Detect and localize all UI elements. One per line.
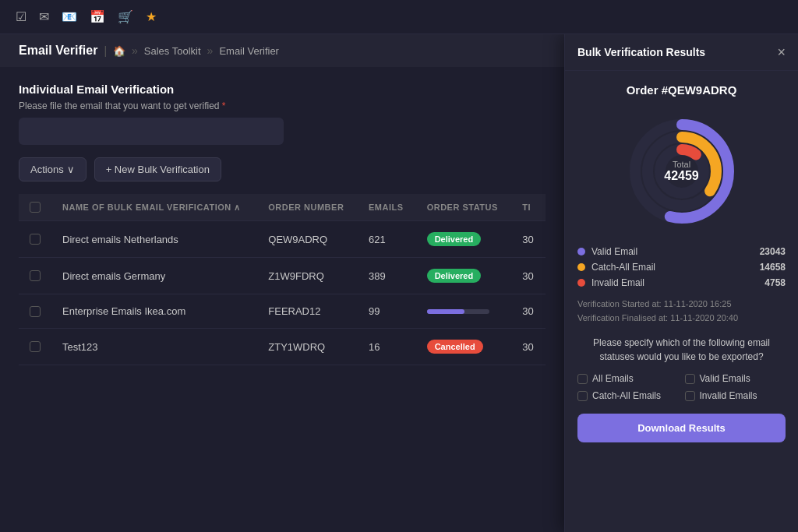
main-area: Email Verifier | 🏠 » Sales Toolkit » Ema…	[0, 34, 798, 532]
legend-dot	[577, 279, 585, 287]
row-checkbox[interactable]	[30, 270, 41, 281]
legend-item: Catch-All Email 14658	[577, 262, 786, 273]
top-bar: ☑ ✉ 📧 📅 🛒 ★	[0, 0, 798, 34]
legend-left: Valid Email	[577, 246, 637, 257]
export-checkbox[interactable]	[577, 374, 588, 384]
export-checkbox-item[interactable]: Valid Emails	[685, 373, 786, 384]
status-badge-cancelled: Cancelled	[427, 340, 483, 354]
row-checkbox-cell	[19, 221, 51, 258]
content-body: Individual Email Verification Please fil…	[0, 67, 564, 532]
export-option-label: All Emails	[592, 373, 634, 384]
row-time: 30	[511, 221, 546, 258]
table-row[interactable]: Test123 ZTY1WDRQ 16 Cancelled 30	[19, 329, 546, 365]
table-row[interactable]: Enterprise Emails Ikea.com FEERAD12 99 3…	[19, 294, 546, 329]
legend-label: Valid Email	[591, 246, 637, 257]
export-checkbox-item[interactable]: Invalid Emails	[685, 390, 786, 401]
header-checkbox-cell	[19, 194, 51, 221]
cart-icon[interactable]: 🛒	[118, 9, 133, 24]
verification-finalised: Verification Finalised at: 11-11-2020 20…	[577, 312, 786, 326]
export-option-label: Invalid Emails	[700, 390, 757, 401]
row-checkbox-cell	[19, 329, 51, 365]
legend-item: Valid Email 23043	[577, 246, 786, 257]
header-order: ORDER NUMBER	[257, 194, 358, 221]
row-time: 30	[511, 329, 546, 365]
row-order: Z1W9FDRQ	[257, 258, 358, 294]
row-emails: 16	[358, 329, 416, 365]
breadcrumb-email-verifier[interactable]: Email Verifier	[219, 45, 279, 57]
verification-started: Verification Started at: 11-11-2020 16:2…	[577, 298, 786, 312]
row-time: 30	[511, 258, 546, 294]
donut-center: Total 42459	[664, 160, 699, 183]
status-badge-delivered: Delivered	[427, 269, 482, 283]
header-checkbox[interactable]	[30, 202, 41, 213]
email-input[interactable]	[19, 118, 284, 145]
donut-total-label: Total	[664, 160, 699, 169]
header-time: TI	[511, 194, 546, 221]
export-checkbox-item[interactable]: Catch-All Emails	[577, 390, 679, 401]
export-checkbox[interactable]	[685, 374, 695, 384]
legend-item: Invalid Email 4758	[577, 277, 786, 288]
row-status: Delivered	[416, 221, 512, 258]
modal-body: Order #QEW9ADRQ Total 424	[565, 71, 798, 532]
donut-total-value: 42459	[664, 169, 699, 183]
actions-bar: Actions ∨ + New Bulk Verification	[19, 157, 546, 181]
modal-title: Bulk Verification Results	[577, 46, 705, 58]
legend-count: 4758	[764, 277, 786, 288]
export-option-label: Valid Emails	[700, 373, 750, 384]
row-order: QEW9ADRQ	[257, 221, 358, 258]
row-checkbox[interactable]	[30, 306, 41, 317]
legend-count: 14658	[760, 262, 786, 273]
row-name: Enterprise Emails Ikea.com	[51, 294, 257, 329]
section-title: Individual Email Verification	[19, 83, 546, 96]
verification-dates: Verification Started at: 11-11-2020 16:2…	[577, 298, 786, 325]
header-status: ORDER STATUS	[416, 194, 512, 221]
page-title: Email Verifier	[19, 44, 97, 58]
legend-dot	[577, 263, 585, 271]
legend-count: 23043	[760, 246, 786, 257]
mail-icon[interactable]: 📧	[62, 9, 77, 24]
breadcrumb-sep-2: »	[207, 44, 214, 57]
row-name: Direct emails Germany	[51, 258, 257, 294]
legend-dot	[577, 248, 585, 255]
table-row[interactable]: Direct emails Germany Z1W9FDRQ 389 Deliv…	[19, 258, 546, 294]
section-label: Please file the email that you want to g…	[19, 100, 546, 111]
chat-icon[interactable]: ✉	[39, 9, 49, 24]
breadcrumb-home[interactable]: 🏠	[113, 45, 125, 57]
export-checkbox[interactable]	[577, 391, 588, 401]
legend-label: Invalid Email	[591, 277, 644, 288]
progress-bar	[427, 309, 489, 314]
breadcrumb: Email Verifier | 🏠 » Sales Toolkit » Ema…	[0, 34, 564, 67]
download-results-button[interactable]: Download Results	[577, 414, 786, 442]
star-icon[interactable]: ★	[146, 9, 157, 24]
table-row[interactable]: Direct emails Netherlands QEW9ADRQ 621 D…	[19, 221, 546, 258]
export-checkboxes: All Emails Valid Emails Catch-All Emails…	[577, 373, 786, 401]
row-emails: 621	[358, 221, 416, 258]
bulk-verification-modal: Bulk Verification Results × Order #QEW9A…	[564, 34, 798, 532]
row-time: 30	[511, 294, 546, 329]
actions-button[interactable]: Actions ∨	[19, 157, 87, 181]
export-checkbox[interactable]	[685, 391, 695, 401]
export-question: Please specify which of the following em…	[577, 336, 786, 364]
left-panel: Email Verifier | 🏠 » Sales Toolkit » Ema…	[0, 34, 564, 532]
required-star: *	[222, 100, 226, 111]
header-emails: EMAILS	[358, 194, 416, 221]
checkbox-icon[interactable]: ☑	[16, 9, 26, 24]
new-bulk-verification-button[interactable]: + New Bulk Verification	[94, 157, 221, 181]
row-status: Cancelled	[416, 329, 512, 365]
legend-left: Invalid Email	[577, 277, 644, 288]
row-status: Delivered	[416, 258, 512, 294]
row-checkbox[interactable]	[30, 234, 41, 245]
legend: Valid Email 23043 Catch-All Email 14658 …	[577, 246, 786, 288]
row-order: FEERAD12	[257, 294, 358, 329]
row-checkbox[interactable]	[30, 341, 41, 352]
order-id: Order #QEW9ADRQ	[577, 83, 786, 97]
breadcrumb-separator: |	[104, 44, 107, 57]
export-checkbox-item[interactable]: All Emails	[577, 373, 679, 384]
calendar-icon[interactable]: 📅	[90, 9, 105, 24]
status-badge-delivered: Delivered	[427, 232, 482, 246]
row-checkbox-cell	[19, 294, 51, 329]
breadcrumb-sales-toolkit[interactable]: Sales Toolkit	[144, 45, 201, 57]
progress-bar-fill	[427, 309, 464, 314]
close-button[interactable]: ×	[777, 45, 786, 59]
row-order: ZTY1WDRQ	[257, 329, 358, 365]
